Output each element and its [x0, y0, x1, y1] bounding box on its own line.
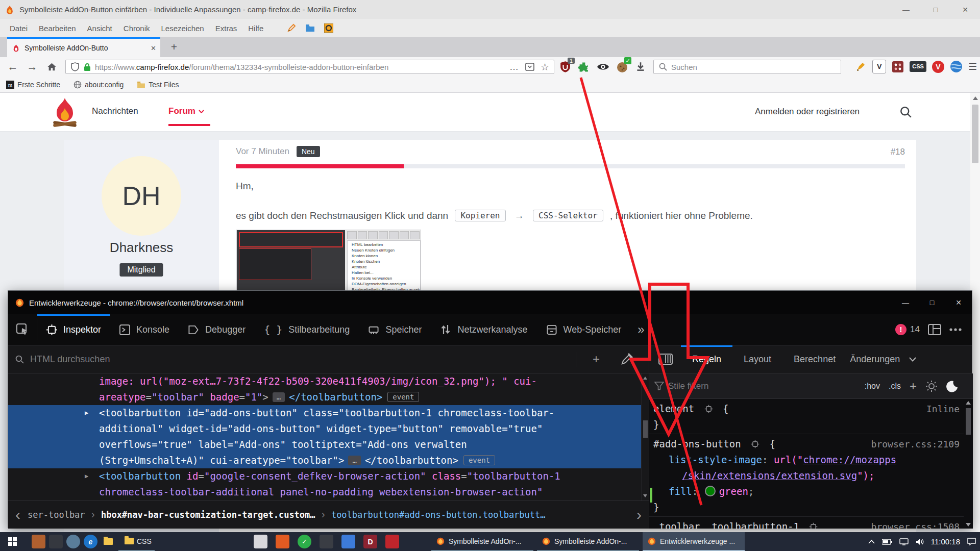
markup-view[interactable]: image: url("moz-ext…7-73f2-4f22-b509-320… [8, 373, 641, 500]
markup-line[interactable]: (Strg+Umschalt+A)" cui-areatype="toolbar… [8, 453, 641, 468]
forward-button[interactable]: → [23, 57, 41, 77]
taskbar-pinned-icon-1[interactable] [32, 535, 45, 548]
tab-konsole[interactable]: Konsole [110, 314, 179, 345]
bookmark-star-icon[interactable]: ☆ [541, 61, 549, 73]
taskbar-icon-5[interactable] [276, 535, 289, 548]
menu-item[interactable]: Datei [4, 24, 33, 33]
markup-scrollbar-thumb[interactable] [643, 420, 648, 438]
add-node-button[interactable]: + [593, 352, 600, 366]
taskbar-window-1[interactable]: Symbolleiste AddOn-... [431, 532, 533, 551]
site-search-icon[interactable] [900, 106, 912, 118]
declaration-list-style-image[interactable]: list-style-image: url("chrome://mozapps [653, 452, 973, 468]
rules-scrollbar-thumb[interactable] [966, 408, 971, 435]
rules-scrollbar[interactable] [964, 399, 973, 529]
minimize-button[interactable]: — [891, 0, 921, 19]
taskbar-icon-check[interactable]: ✓ [298, 535, 311, 548]
breadcrumb-item[interactable]: hbox#nav-bar-customization-target.custom… [101, 510, 315, 520]
bookmark-about-config[interactable]: about:config [74, 81, 124, 89]
selector-target-icon[interactable] [704, 405, 713, 413]
meatball-menu-icon[interactable] [949, 328, 962, 331]
taskbar-icon-6[interactable] [320, 535, 333, 548]
addon-app-icon[interactable] [324, 23, 333, 33]
dark-theme-moon-icon[interactable] [946, 380, 959, 392]
sidebar-tab-aenderungen[interactable]: Änderungen [847, 345, 908, 373]
tab-close-icon[interactable]: ✕ [151, 44, 156, 52]
menu-item[interactable]: Bearbeiten [33, 24, 82, 33]
selector-target-icon[interactable] [751, 440, 760, 448]
bookmark-test-files[interactable]: Test Files [137, 81, 179, 89]
breadcrumb-back-icon[interactable]: ‹ [8, 502, 28, 528]
taskbar-window-3-active[interactable]: Entwicklerwerkzeuge ... [643, 532, 745, 551]
css-extension-button[interactable]: CSS [910, 61, 926, 72]
rule-origin-link[interactable]: browser.css:2109 [871, 436, 960, 452]
tab-debugger[interactable]: Debugger [179, 314, 255, 345]
taskbar-pinned-icon-3[interactable] [66, 535, 80, 548]
css-resource-link[interactable]: /skin/extensions/extension.svg [682, 470, 857, 481]
error-count-badge[interactable]: ! 14 [895, 324, 920, 335]
markup-line[interactable]: overflows="true" label="Add-ons" tooltip… [8, 437, 641, 453]
pseudo-cls-button[interactable]: .cls [889, 382, 901, 391]
lock-icon[interactable] [84, 63, 91, 71]
breadcrumb-item[interactable]: ser-toolbar [28, 510, 85, 520]
avatar[interactable]: DH [102, 156, 181, 236]
eye-extension-icon[interactable] [597, 61, 609, 73]
maximize-button[interactable]: □ [921, 0, 950, 19]
breadcrumb-forward-icon[interactable]: › [629, 502, 649, 528]
back-button[interactable]: ← [4, 57, 21, 77]
light-theme-sun-icon[interactable] [925, 380, 938, 392]
devtools-minimize-button[interactable]: — [892, 291, 919, 314]
post-timestamp[interactable]: Vor 7 Minuten [236, 146, 289, 157]
expand-arrow-icon[interactable]: ▶ [85, 468, 96, 484]
style-filter-row[interactable]: Stile filtern :hov .cls + [649, 373, 973, 399]
html-search-area[interactable]: HTML durchsuchen + [8, 345, 641, 373]
cookie-extension-button[interactable]: ✓ [616, 61, 628, 73]
menu-item[interactable]: Chronik [118, 24, 156, 33]
sidebar-tab-regeln[interactable]: Regeln [681, 345, 732, 373]
post-number[interactable]: #18 [891, 147, 905, 157]
scroll-up-icon[interactable] [966, 401, 971, 405]
tab-stilbearbeitung[interactable]: { } Stilbearbeitung [255, 314, 359, 345]
globe-extension-icon[interactable] [950, 60, 963, 73]
start-button[interactable] [0, 532, 24, 551]
markup-line[interactable]: chromeclass-toolbar-additional panel-no-… [8, 484, 641, 500]
save-page-icon[interactable] [525, 63, 534, 71]
folder-icon[interactable] [305, 24, 315, 32]
home-button[interactable] [43, 57, 60, 77]
display-network-icon[interactable] [899, 538, 909, 545]
tab-speicher[interactable]: Speicher [359, 314, 431, 345]
devtools-close-button[interactable]: ✕ [945, 291, 972, 314]
markup-line[interactable]: additional" widget-id="add-ons-button" w… [8, 421, 641, 437]
more-tabs-chevron-icon[interactable]: » [630, 314, 651, 345]
taskbar-explorer-icon[interactable] [101, 535, 115, 548]
taskbar-icon-7[interactable] [341, 535, 355, 548]
taskbar-edge-icon[interactable]: e [84, 535, 97, 548]
taskbar-window-2[interactable]: Symbolleiste AddOn-... [537, 532, 639, 551]
menu-item[interactable]: Ansicht [82, 24, 118, 33]
tab-netzwerkanalyse[interactable]: Netzwerkanalyse [431, 314, 536, 345]
hamburger-menu-icon[interactable]: ☰ [968, 61, 977, 72]
download-icon[interactable] [635, 61, 646, 73]
devtools-maximize-button[interactable]: □ [919, 291, 945, 314]
highlighter-icon[interactable] [854, 60, 867, 73]
tray-chevron-up-icon[interactable] [868, 539, 875, 544]
new-tab-button[interactable]: + [166, 40, 182, 55]
post-author-name[interactable]: Dharkness [64, 240, 219, 256]
css-resource-link[interactable]: chrome://mozapps [803, 454, 896, 465]
sidebar-toggle-icon[interactable] [658, 354, 673, 365]
rule-origin-link[interactable]: browser.css:1508 [871, 519, 960, 529]
compose-icon[interactable] [287, 23, 296, 33]
scrollbar-thumb[interactable] [972, 105, 978, 163]
markup-line[interactable]: ▶ <toolbarbutton id="add-ons-button" cla… [8, 405, 641, 421]
expand-arrow-icon[interactable]: ▶ [85, 405, 96, 421]
url-text[interactable]: https://www.camp-firefox.de/forum/thema/… [95, 63, 483, 71]
taskbar-icon-4[interactable] [254, 535, 267, 548]
color-swatch-green[interactable] [705, 486, 716, 496]
browser-tab-active[interactable]: Symbolleiste AddOn-Butto ✕ [7, 37, 160, 57]
battery-icon[interactable] [882, 539, 892, 545]
tab-web-speicher[interactable]: Web-Speicher [537, 314, 631, 345]
scroll-down-icon[interactable] [643, 494, 647, 497]
rule-element[interactable]: element { Inline } [649, 399, 973, 434]
rule-toolbar-toolbarbutton[interactable]: .toolbar .toolbarbutton-1 browser.css:15… [649, 517, 973, 529]
grid-extension-icon[interactable] [892, 61, 904, 73]
taskbar-pinned-icon-2[interactable] [49, 535, 63, 548]
